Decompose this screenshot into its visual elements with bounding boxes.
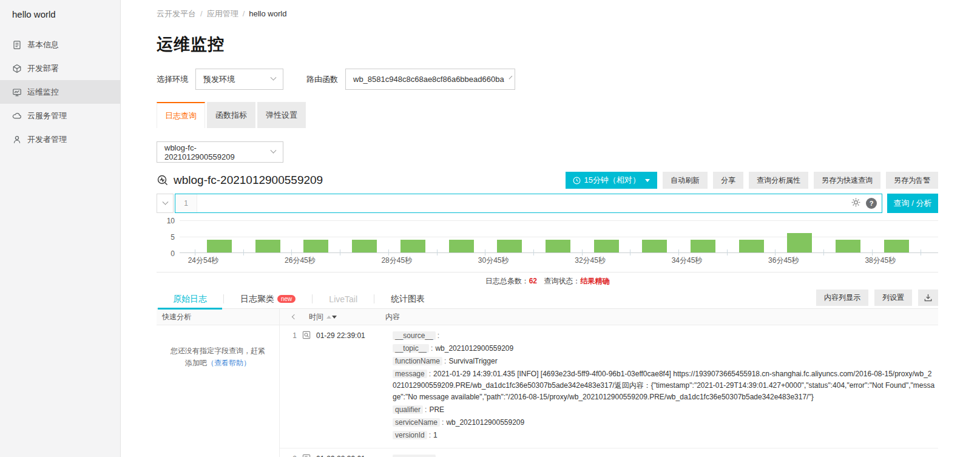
chart-bar[interactable] bbox=[594, 240, 619, 252]
sidebar-item-label: 开发者管理 bbox=[27, 134, 67, 145]
collapse-quick-analysis-button[interactable] bbox=[280, 315, 309, 319]
document-icon bbox=[12, 40, 22, 50]
auto-refresh-button[interactable]: 自动刷新 bbox=[663, 172, 708, 189]
cloud-service-icon bbox=[12, 111, 22, 121]
chart-bar[interactable] bbox=[449, 240, 474, 252]
sidebar-item-label: 基本信息 bbox=[27, 39, 59, 50]
log-panel-actions: 15分钟（相对） 自动刷新 分享 查询分析属性 另存为快速查询 另存为告警 bbox=[566, 172, 938, 189]
route-function-select[interactable]: wb_8581c948c8c68ae8cf86a6bbead660ba bbox=[345, 69, 515, 90]
log-field-key[interactable]: __topic__ bbox=[393, 344, 429, 353]
chart-bar[interactable] bbox=[400, 240, 425, 252]
save-alert-button[interactable]: 另存为告警 bbox=[886, 172, 938, 189]
breadcrumb-item-app-mgmt[interactable]: 应用管理 bbox=[207, 9, 238, 18]
gear-icon[interactable] bbox=[851, 197, 861, 210]
quick-analysis-empty-state: 您还没有指定字段查询，赶紧 添加吧（查看帮助） bbox=[157, 345, 279, 369]
log-field: message:2021-01-29 14:39:01.435 [INFO] [… bbox=[393, 368, 936, 403]
breadcrumb-separator: / bbox=[200, 9, 203, 18]
share-button[interactable]: 分享 bbox=[713, 172, 743, 189]
log-field-colon: : bbox=[442, 418, 444, 427]
tab-statistics-chart[interactable]: 统计图表 bbox=[374, 289, 441, 309]
editor-expand-button[interactable] bbox=[157, 194, 174, 213]
chart-bar[interactable] bbox=[691, 240, 715, 252]
help-icon[interactable]: ? bbox=[866, 198, 877, 209]
sort-icons[interactable] bbox=[326, 316, 337, 319]
log-field: serviceName:wb_2021012900559209 bbox=[393, 417, 936, 428]
log-field-key[interactable]: serviceName bbox=[393, 418, 440, 427]
qa-empty-text: 添加吧 bbox=[185, 359, 207, 367]
log-panel-header: wblog-fc-2021012900559209 15分钟（相对） 自动刷新 … bbox=[157, 172, 938, 189]
sidebar-item-ops-monitor[interactable]: 运维监控 bbox=[0, 80, 120, 104]
log-field-key[interactable]: __source__ bbox=[393, 455, 436, 457]
developer-person-icon bbox=[12, 135, 22, 144]
log-row-time: 01-29 22:39:01 bbox=[316, 453, 387, 457]
content-column-header: 内容 bbox=[379, 312, 400, 322]
monitor-icon bbox=[12, 87, 22, 97]
logstore-select[interactable]: wblog-fc-2021012900559209 bbox=[157, 141, 283, 163]
chevron-down-icon bbox=[509, 76, 512, 80]
chart-bar[interactable] bbox=[642, 240, 667, 252]
log-field-colon: : bbox=[425, 405, 427, 414]
chart-bar[interactable] bbox=[352, 240, 377, 252]
chart-bar[interactable] bbox=[303, 240, 328, 252]
chart-bar[interactable] bbox=[207, 240, 232, 252]
x-tick-label: 36分45秒 bbox=[759, 256, 808, 266]
tab-livetail[interactable]: LiveTail bbox=[313, 289, 374, 309]
breadcrumb-item-platform[interactable]: 云开发平台 bbox=[157, 9, 196, 18]
main-tabs: 日志查询 函数指标 弹性设置 bbox=[157, 102, 938, 128]
chart-plot[interactable] bbox=[180, 220, 938, 253]
tab-log-clustering[interactable]: 日志聚类 new bbox=[224, 289, 312, 309]
chart-y-axis: 10 5 0 bbox=[157, 220, 180, 253]
tab-raw-logs[interactable]: 原始日志 bbox=[157, 289, 223, 309]
log-detail-magnifier-icon[interactable] bbox=[297, 330, 316, 442]
chart-bar[interactable] bbox=[546, 240, 570, 252]
env-select[interactable]: 预发环境 bbox=[195, 69, 283, 90]
chart-bar[interactable] bbox=[787, 233, 812, 252]
query-analyze-button[interactable]: 查询 / 分析 bbox=[887, 194, 938, 213]
log-field-colon: : bbox=[438, 455, 439, 457]
log-field-key[interactable]: functionName bbox=[393, 357, 442, 365]
sidebar-item-deploy[interactable]: 开发部署 bbox=[0, 56, 120, 80]
time-column-header[interactable]: 时间 bbox=[309, 312, 379, 322]
sidebar-item-developers[interactable]: 开发者管理 bbox=[0, 127, 120, 151]
editor-tools: ? bbox=[851, 194, 877, 212]
time-range-button[interactable]: 15分钟（相对） bbox=[566, 172, 657, 189]
chart-bar[interactable] bbox=[884, 240, 909, 252]
log-field-key[interactable]: message bbox=[393, 370, 427, 378]
column-settings-button[interactable]: 列设置 bbox=[874, 289, 912, 306]
save-quick-query-button[interactable]: 另存为快速查询 bbox=[814, 172, 880, 189]
sidebar: hello world 基本信息 开发部署 运维监控 bbox=[0, 0, 121, 457]
caret-down-icon bbox=[645, 179, 650, 182]
chart-bar[interactable] bbox=[497, 240, 522, 252]
log-rows: 101-29 22:39:01__source__:__topic__:wb_2… bbox=[280, 325, 938, 457]
x-tick-label: 32分45秒 bbox=[566, 256, 615, 266]
tab-function-metrics[interactable]: 函数指标 bbox=[207, 102, 255, 128]
quick-analysis-header: 快速分析 bbox=[157, 309, 280, 325]
chart-bar[interactable] bbox=[836, 240, 860, 252]
quick-analysis-panel: 您还没有指定字段查询，赶紧 添加吧（查看帮助） bbox=[157, 325, 280, 457]
chart-x-labels: 24分54秒26分45秒28分45秒30分45秒32分45秒34分45秒36分4… bbox=[180, 253, 938, 264]
log-detail-magnifier-icon[interactable] bbox=[297, 453, 316, 457]
sidebar-item-cloud-services[interactable]: 云服务管理 bbox=[0, 104, 120, 127]
query-editor[interactable]: 1 ? bbox=[175, 194, 882, 213]
chevron-down-icon bbox=[271, 75, 277, 81]
gridline bbox=[180, 220, 938, 221]
tab-elastic-settings[interactable]: 弹性设置 bbox=[257, 102, 306, 128]
log-field: __source__: bbox=[393, 330, 936, 342]
sort-asc-icon bbox=[326, 316, 331, 319]
view-help-link[interactable]: （查看帮助） bbox=[207, 359, 251, 367]
content-columns-button[interactable]: 内容列显示 bbox=[816, 289, 868, 306]
log-row: 201-29 22:39:01__source__:__topic__:wb_2… bbox=[280, 449, 938, 457]
log-field-key[interactable]: qualifier bbox=[393, 405, 423, 414]
total-count-value: 62 bbox=[529, 277, 537, 285]
download-button[interactable] bbox=[918, 289, 938, 306]
chart-bar[interactable] bbox=[255, 240, 280, 252]
log-histogram: 10 5 0 24分54秒26分45秒28分45秒30分45秒32分45秒34分… bbox=[157, 220, 938, 264]
query-analysis-props-button[interactable]: 查询分析属性 bbox=[749, 172, 808, 189]
sidebar-item-basic-info[interactable]: 基本信息 bbox=[0, 33, 120, 56]
log-field-key[interactable]: versionId bbox=[393, 431, 427, 439]
log-field-key[interactable]: __source__ bbox=[393, 331, 436, 340]
log-field: __topic__:wb_2021012900559209 bbox=[393, 343, 936, 354]
chart-bar[interactable] bbox=[739, 240, 764, 252]
log-field-value: PRE bbox=[429, 405, 444, 414]
tab-log-query[interactable]: 日志查询 bbox=[157, 102, 205, 128]
